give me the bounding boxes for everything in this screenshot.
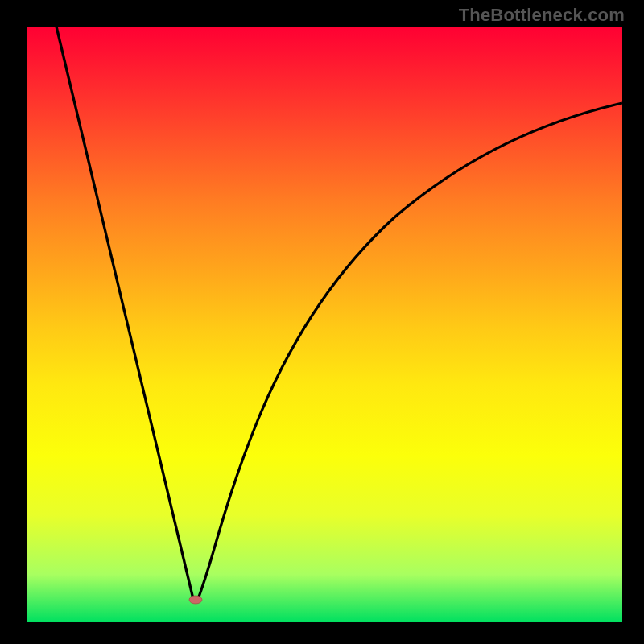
watermark-text: TheBottleneck.com xyxy=(459,5,625,26)
marker-layer xyxy=(27,27,644,644)
minimum-marker xyxy=(189,596,202,604)
chart-frame: TheBottleneck.com xyxy=(0,0,644,644)
plot-area xyxy=(27,27,622,622)
